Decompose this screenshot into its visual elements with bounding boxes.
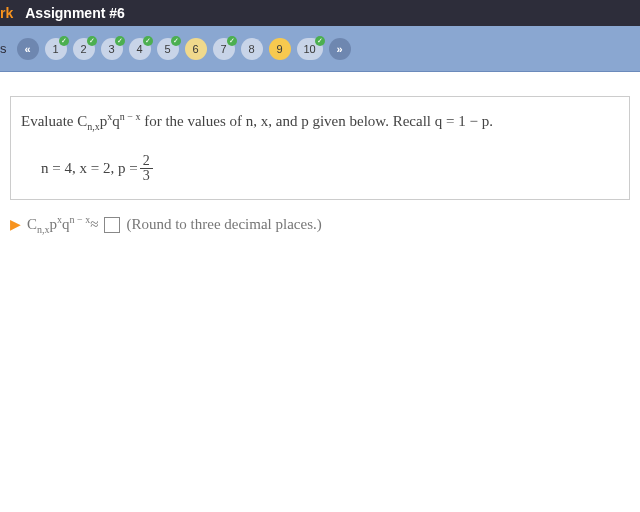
answer-formula: Cn,xpxqn − x — [27, 214, 90, 235]
question-button-2[interactable]: 2 — [73, 38, 95, 60]
answer-input[interactable] — [104, 217, 120, 233]
prompt-mid: for the values of n, x, and p given belo… — [140, 113, 493, 129]
check-icon — [171, 36, 181, 46]
question-box: Evaluate Cn,xpxqn − x for the values of … — [10, 96, 630, 200]
question-button-5[interactable]: 5 — [157, 38, 179, 60]
question-button-1[interactable]: 1 — [45, 38, 67, 60]
check-icon — [227, 36, 237, 46]
question-button-4[interactable]: 4 — [129, 38, 151, 60]
question-button-3[interactable]: 3 — [101, 38, 123, 60]
question-button-6[interactable]: 6 — [185, 38, 207, 60]
prev-button[interactable]: « — [17, 38, 39, 60]
nav-tab-label: s — [0, 41, 7, 56]
app-header: rk Assignment #6 — [0, 0, 640, 26]
check-icon — [143, 36, 153, 46]
check-icon — [87, 36, 97, 46]
formula-expression: Cn,xpxqn − x — [77, 113, 140, 129]
answer-row: ▶ Cn,xpxqn − x ≈ (Round to three decimal… — [10, 214, 640, 235]
answer-hint: (Round to three decimal places.) — [126, 216, 321, 233]
question-prompt: Evaluate Cn,xpxqn − x for the values of … — [21, 111, 619, 132]
next-button[interactable]: » — [329, 38, 351, 60]
assignment-title: Assignment #6 — [25, 5, 125, 21]
brand-suffix: rk — [0, 5, 13, 21]
check-icon — [59, 36, 69, 46]
given-values: n = 4, x = 2, p = 2 3 — [41, 154, 619, 183]
fraction-denominator: 3 — [140, 169, 153, 183]
fraction-numerator: 2 — [140, 154, 153, 169]
fraction-p: 2 3 — [140, 154, 153, 183]
question-navbar: s « 12345678910 » — [0, 26, 640, 72]
check-icon — [115, 36, 125, 46]
answer-marker-icon: ▶ — [10, 216, 21, 233]
prompt-prefix: Evaluate — [21, 113, 77, 129]
check-icon — [315, 36, 325, 46]
question-button-10[interactable]: 10 — [297, 38, 323, 60]
approx-symbol: ≈ — [90, 216, 98, 233]
given-prefix: n = 4, x = 2, p = — [41, 160, 138, 177]
question-button-8[interactable]: 8 — [241, 38, 263, 60]
question-button-9[interactable]: 9 — [269, 38, 291, 60]
question-button-7[interactable]: 7 — [213, 38, 235, 60]
content-area: Evaluate Cn,xpxqn − x for the values of … — [0, 72, 640, 235]
